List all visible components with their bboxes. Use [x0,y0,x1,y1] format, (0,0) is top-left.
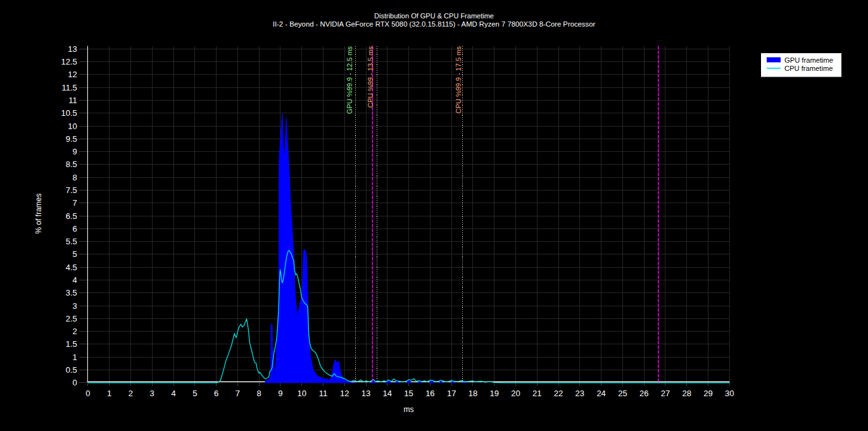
svg-text:4: 4 [171,389,175,398]
svg-text:21: 21 [532,389,541,398]
svg-text:12.5: 12.5 [61,57,77,66]
svg-text:10: 10 [297,389,306,398]
svg-text:CPU %99.9 - 17.5 ms: CPU %99.9 - 17.5 ms [455,46,462,114]
svg-text:10: 10 [68,122,77,131]
svg-text:CPU frametime: CPU frametime [784,65,833,72]
svg-text:1.5: 1.5 [66,339,77,349]
svg-text:12: 12 [68,70,77,79]
svg-text:ms: ms [404,405,414,414]
svg-text:19: 19 [489,389,498,398]
svg-text:14: 14 [383,389,392,398]
svg-text:0: 0 [85,389,90,398]
svg-text:6.5: 6.5 [66,211,77,221]
svg-text:5.5: 5.5 [66,237,77,246]
svg-text:2.5: 2.5 [66,314,77,323]
svg-text:3: 3 [73,301,77,311]
svg-text:3: 3 [150,389,154,398]
svg-text:6: 6 [73,224,77,234]
svg-text:2: 2 [73,327,77,336]
svg-text:17: 17 [447,389,456,398]
svg-text:5: 5 [192,389,197,398]
svg-text:11.5: 11.5 [61,83,77,92]
svg-text:20: 20 [511,389,520,398]
svg-text:11: 11 [319,389,328,398]
svg-text:0: 0 [73,378,77,387]
svg-text:9.5: 9.5 [66,134,77,144]
svg-text:GPU frametime: GPU frametime [784,56,833,64]
svg-text:3.5: 3.5 [66,288,77,297]
svg-text:15: 15 [404,389,413,398]
svg-text:5: 5 [73,249,77,259]
svg-text:6: 6 [214,389,218,398]
svg-text:2: 2 [129,389,133,398]
svg-text:28: 28 [682,389,691,398]
svg-text:II-2 - Beyond - NVIDIA GeForce: II-2 - Beyond - NVIDIA GeForce RTX 5080 … [273,20,596,28]
svg-text:22: 22 [554,389,563,398]
svg-text:4: 4 [73,275,77,285]
svg-text:24: 24 [596,389,605,398]
svg-text:9: 9 [278,389,282,398]
svg-text:13: 13 [68,44,77,54]
svg-text:8.5: 8.5 [66,159,77,169]
svg-text:12: 12 [340,389,349,398]
svg-text:% of frames: % of frames [34,193,43,234]
svg-text:13: 13 [362,389,370,398]
svg-text:16: 16 [425,389,434,398]
svg-text:29: 29 [703,389,712,398]
svg-text:25: 25 [618,389,627,398]
svg-text:8: 8 [73,173,77,182]
svg-text:8: 8 [257,389,261,398]
svg-text:CPU %99 - 13.5 ms: CPU %99 - 13.5 ms [367,46,374,108]
svg-text:30: 30 [725,389,734,398]
svg-text:GPU %99.9 - 12.5 ms: GPU %99.9 - 12.5 ms [346,46,353,114]
svg-text:0.5: 0.5 [66,365,77,375]
svg-text:27: 27 [661,389,670,398]
svg-text:1: 1 [107,389,111,398]
svg-text:7.5: 7.5 [66,185,77,195]
svg-text:9: 9 [73,147,77,156]
svg-text:7: 7 [73,198,77,208]
svg-text:23: 23 [576,389,584,398]
svg-text:26: 26 [639,389,648,398]
svg-text:1: 1 [73,353,77,362]
svg-text:18: 18 [469,389,477,398]
svg-text:4.5: 4.5 [66,263,77,272]
svg-text:7: 7 [236,389,240,398]
svg-text:11: 11 [68,96,77,105]
svg-text:10.5: 10.5 [61,108,77,118]
svg-text:Distribution Of GPU & CPU Fram: Distribution Of GPU & CPU Frametime [374,12,494,20]
